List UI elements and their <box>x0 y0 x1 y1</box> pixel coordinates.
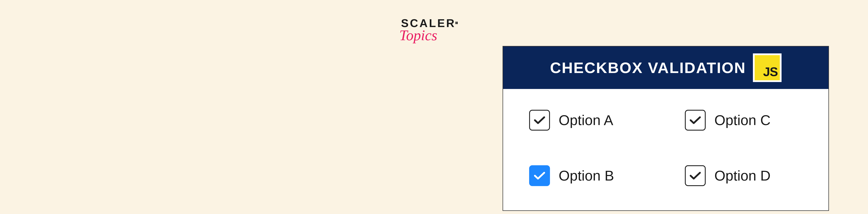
option-c-label: Option C <box>714 112 771 128</box>
option-b: Option B <box>529 165 647 186</box>
checkbox-option-a[interactable] <box>529 110 550 131</box>
js-badge-inner: JS <box>755 55 780 80</box>
check-icon <box>689 116 701 124</box>
option-d: Option D <box>685 165 802 186</box>
check-icon <box>533 116 546 124</box>
option-b-label: Option B <box>559 168 614 184</box>
option-a: Option A <box>529 110 647 131</box>
option-d-label: Option D <box>714 168 771 184</box>
checkbox-option-d[interactable] <box>685 165 706 186</box>
card-title: CHECKBOX VALIDATION <box>550 59 746 77</box>
js-badge: JS <box>753 54 781 82</box>
option-a-label: Option A <box>559 112 613 128</box>
scaler-topics-logo: SCALER Topics <box>401 18 456 44</box>
option-c: Option C <box>685 110 802 131</box>
checkbox-option-c[interactable] <box>685 110 706 131</box>
logo-text-scaler: SCALER <box>401 18 456 29</box>
checkbox-validation-card: CHECKBOX VALIDATION JS Option A Option C… <box>503 46 829 211</box>
card-body: Option A Option C Option B Option D <box>503 89 829 210</box>
checkbox-option-b[interactable] <box>529 165 550 186</box>
check-icon <box>689 171 701 180</box>
card-header: CHECKBOX VALIDATION JS <box>503 46 829 89</box>
check-icon <box>533 171 546 180</box>
js-badge-text: JS <box>763 65 778 79</box>
